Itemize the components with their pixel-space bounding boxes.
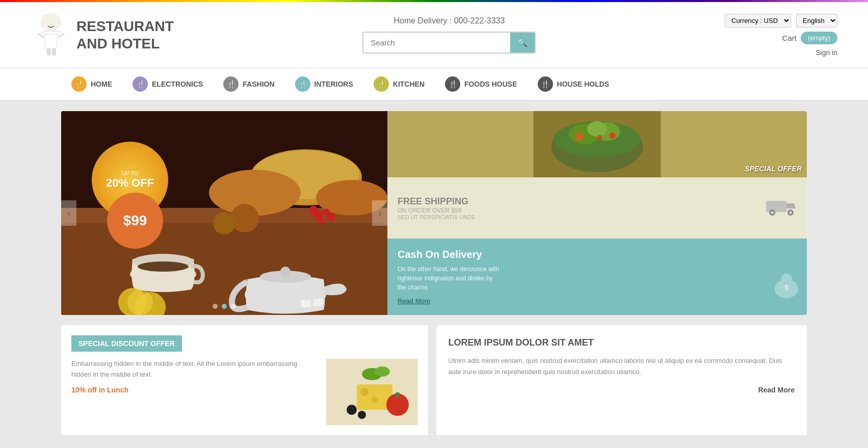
main-slider: UP TO 20% OFF $99 ‹ › <box>61 111 387 315</box>
lorem-title: LOREM IPSUM DOLOR SIT AMET <box>449 337 795 348</box>
price-badge: $99 <box>107 193 163 249</box>
nav-list: 🍴 HOME 🍴 ELECTRONICS 🍴 FASHION 🍴 INTERIO… <box>61 68 807 100</box>
shipping-info: Free Shipping ON ORDER OVER $99 SED UT P… <box>398 196 758 220</box>
logo: RESTAURANT AND HOTEL <box>31 12 174 58</box>
nav-item-house-holds[interactable]: 🍴 HOUSE HOLDS <box>528 68 620 100</box>
svg-point-49 <box>789 211 792 214</box>
special-offer-image <box>387 111 807 177</box>
header-middle: Home Delivery : 000-222-3333 🔍 <box>362 16 536 54</box>
special-offer-text: SPECIAL OFFER <box>745 165 802 173</box>
chef-icon <box>31 12 71 58</box>
svg-point-0 <box>41 13 61 32</box>
cart-badge[interactable]: (empty) <box>801 32 837 44</box>
svg-point-58 <box>375 366 390 377</box>
slider-dot-1[interactable] <box>213 304 218 309</box>
svg-point-54 <box>372 397 378 403</box>
top-controls: Currency : USD English <box>725 14 837 28</box>
fashion-nav-icon: 🍴 <box>223 76 239 92</box>
lorem-ipsum-card: LOREM IPSUM DOLOR SIT AMET Utnim adls mi… <box>436 325 807 435</box>
svg-point-41 <box>587 121 608 137</box>
slider-dots <box>213 304 236 309</box>
svg-point-22 <box>309 206 318 215</box>
search-bar[interactable]: 🔍 <box>362 32 536 54</box>
shipping-subtitle: ON ORDER OVER $99 <box>398 207 758 214</box>
shipping-title: Free Shipping <box>398 196 758 207</box>
header: RESTAURANT AND HOTEL Home Delivery : 000… <box>0 2 868 68</box>
nav-item-fashion[interactable]: 🍴 FASHION <box>213 68 284 100</box>
svg-point-30 <box>280 267 291 277</box>
svg-point-24 <box>327 213 335 221</box>
svg-point-43 <box>610 133 616 139</box>
cod-text: On the other hand, we denounce with righ… <box>398 265 499 292</box>
svg-rect-34 <box>301 300 311 307</box>
interiors-nav-icon: 🍴 <box>295 76 310 92</box>
home-nav-icon: 🍴 <box>71 76 87 92</box>
nav-item-interiors[interactable]: 🍴 INTERIORS <box>285 68 363 100</box>
svg-rect-56 <box>396 392 400 398</box>
discount-offer-header: SPECIAL DISCOUNT OFFER <box>71 335 182 352</box>
search-button[interactable]: 🔍 <box>510 33 535 52</box>
slider-dot-2[interactable] <box>222 304 227 309</box>
header-right: Currency : USD English Cart (empty) Sign… <box>725 14 837 57</box>
kitchen-nav-icon: 🍴 <box>374 76 389 92</box>
navigation: 🍴 HOME 🍴 ELECTRONICS 🍴 FASHION 🍴 INTERIO… <box>0 68 868 101</box>
svg-point-60 <box>358 411 366 419</box>
nav-item-electronics[interactable]: 🍴 ELECTRONICS <box>122 68 213 100</box>
main-content: UP TO 20% OFF $99 ‹ › <box>0 101 868 445</box>
house-holds-nav-icon: 🍴 <box>538 76 553 92</box>
nav-item-kitchen[interactable]: 🍴 KITCHEN <box>363 68 435 100</box>
currency-selector[interactable]: Currency : USD <box>725 14 791 28</box>
cod-read-more-link[interactable]: Read More <box>398 297 797 305</box>
search-input[interactable] <box>363 33 510 52</box>
language-selector[interactable]: English <box>796 14 837 28</box>
nav-item-foods-house[interactable]: 🍴 FOODS HOUSE <box>435 68 527 100</box>
cod-title: Cash On Delivery <box>398 249 797 260</box>
electronics-nav-icon: 🍴 <box>133 76 148 92</box>
svg-rect-7 <box>52 48 56 56</box>
svg-point-19 <box>213 212 235 234</box>
lorem-text: Utnim adls minim veniam, quis nostrud ex… <box>449 355 795 378</box>
svg-rect-2 <box>41 32 61 34</box>
cart-area: Cart (empty) <box>782 32 837 44</box>
svg-point-33 <box>127 289 153 315</box>
svg-point-44 <box>597 135 602 140</box>
truck-icon <box>766 196 797 221</box>
svg-point-18 <box>230 204 259 232</box>
svg-point-23 <box>318 218 324 224</box>
bottom-section: SPECIAL DISCOUNT OFFER Embarrassing hidd… <box>61 325 807 435</box>
lorem-read-more[interactable]: Read More <box>449 386 795 394</box>
slider-section: UP TO 20% OFF $99 ‹ › <box>61 111 807 315</box>
slider-prev-button[interactable]: ‹ <box>61 200 76 226</box>
special-offer-panel: SPECIAL OFFER <box>387 111 807 177</box>
money-bag-icon: $ <box>774 271 799 307</box>
discount-food-image <box>326 359 418 425</box>
nav-item-home[interactable]: 🍴 HOME <box>61 68 122 100</box>
svg-point-47 <box>771 211 774 214</box>
svg-point-27 <box>138 261 189 272</box>
shipping-desc: SED UT PERSPICIATIS UNDE <box>398 214 758 220</box>
slider-right-panels: SPECIAL OFFER Free Shipping ON ORDER OVE… <box>387 111 807 315</box>
svg-text:$: $ <box>784 283 788 292</box>
sign-in-link[interactable]: Sign in <box>816 48 837 57</box>
discount-card-body: Embarrassing hidden in the middle of tex… <box>71 359 418 425</box>
free-shipping-panel: Free Shipping ON ORDER OVER $99 SED UT P… <box>387 177 807 239</box>
svg-point-42 <box>575 133 584 141</box>
cart-label: Cart <box>782 34 797 42</box>
svg-point-53 <box>360 388 369 396</box>
discount-card-text: Embarrassing hidden in the middle of tex… <box>71 359 318 425</box>
phone-number: Home Delivery : 000-222-3333 <box>393 16 505 25</box>
cod-panel: Cash On Delivery On the other hand, we d… <box>387 239 807 315</box>
foods-house-nav-icon: 🍴 <box>445 76 460 92</box>
discount-promo: 10% off in Lunch <box>71 384 318 396</box>
slider-dot-3[interactable] <box>231 304 236 309</box>
svg-rect-35 <box>313 299 323 306</box>
svg-rect-6 <box>47 48 51 56</box>
logo-text: RESTAURANT AND HOTEL <box>76 18 174 52</box>
svg-rect-45 <box>766 201 786 212</box>
discount-offer-card: SPECIAL DISCOUNT OFFER Embarrassing hidd… <box>61 325 428 435</box>
svg-point-59 <box>347 405 357 415</box>
slider-next-button[interactable]: › <box>372 200 387 226</box>
